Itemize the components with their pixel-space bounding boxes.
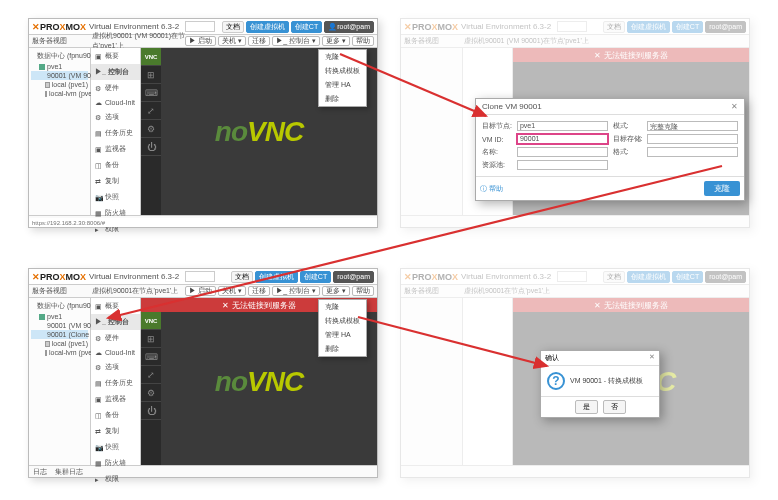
name-input[interactable] [517,147,608,157]
close-icon[interactable]: ✕ [222,301,229,310]
create-ct-button[interactable]: 创建CT [300,271,331,283]
shutdown-button[interactable]: 关机 ▾ [218,36,246,46]
view-tab[interactable]: 服务器视图 [32,286,92,296]
vnc-btn[interactable]: ⊞ [141,66,161,84]
vnc-btn[interactable]: ⏻ [141,402,161,420]
tree-storage[interactable]: local-lvm (pve1) [31,348,88,357]
vnc-btn[interactable]: ⤢ [141,366,161,384]
resource-tree[interactable]: 数据中心 (fpnu90) pve1 90001 (VM 90001) 9000… [29,298,91,465]
more-button[interactable]: 更多 ▾ [322,286,350,296]
view-tab[interactable]: 服务器视图 [32,36,92,46]
no-button[interactable]: 否 [603,400,626,414]
dd-template[interactable]: 转换成模板 [319,314,366,328]
dd-delete[interactable]: 删除 [319,92,366,106]
search-input[interactable] [185,21,215,32]
more-button[interactable]: 更多 ▾ [322,36,350,46]
dd-ha[interactable]: 管理 HA [319,328,366,342]
storage-select[interactable] [647,134,738,144]
menu-hardware[interactable]: ⚙硬件 [91,330,140,346]
vm-side-menu[interactable]: ▣概要 ▶_ 控制台 ⚙硬件 ☁Cloud-Init ⚙选项 ▤任务历史 ▣监视… [91,48,141,215]
vm-side-menu[interactable]: ▣概要 ▶_ 控制台 ⚙硬件 ☁Cloud-Init ⚙选项 ▤任务历史 ▣监视… [91,298,141,465]
dd-clone[interactable]: 克隆 [319,300,366,314]
tree-root[interactable]: 数据中心 (fpnu90) [31,50,88,62]
tree-node[interactable]: pve1 [31,62,88,71]
help-button[interactable]: 帮助 [352,286,374,296]
yes-button[interactable]: 是 [575,400,598,414]
menu-snapshot[interactable]: 📷快照 [91,439,140,455]
close-icon[interactable]: ✕ [649,353,655,363]
clone-button[interactable]: 克隆 [704,181,740,196]
console-button[interactable]: ▶_ 控制台 ▾ [272,286,320,296]
menu-tasks[interactable]: ▤任务历史 [91,375,140,391]
vnc-btn[interactable]: ⚙ [141,120,161,138]
migrate-button[interactable]: 迁移 [248,286,270,296]
menu-replicate[interactable]: ⇄复制 [91,173,140,189]
menu-console[interactable]: ▶_ 控制台 [91,314,140,330]
help-button[interactable]: 帮助 [352,36,374,46]
menu-tasks[interactable]: ▤任务历史 [91,125,140,141]
tree-root[interactable]: 数据中心 (fpnu90) [31,300,88,312]
confirm-title: 确认 [545,353,559,363]
close-icon[interactable]: ✕ [731,102,738,111]
task-icon: ▤ [95,130,102,137]
menu-backup[interactable]: ◫备份 [91,407,140,423]
vnc-btn[interactable]: ⤢ [141,102,161,120]
menu-cloudinit[interactable]: ☁Cloud-Init [91,346,140,359]
search-input[interactable] [185,271,215,282]
menu-monitor[interactable]: ▣监视器 [91,391,140,407]
menu-replicate[interactable]: ⇄复制 [91,423,140,439]
pool-select[interactable] [517,160,608,170]
create-vm-button[interactable]: 创建虚拟机 [255,271,298,283]
menu-perm[interactable]: ▸权限 [91,471,140,487]
vnc-badge: VNC [141,312,161,330]
cluster-log-tab[interactable]: 集群日志 [55,467,83,477]
tree-node[interactable]: pve1 [31,312,88,321]
console-button[interactable]: ▶_ 控制台 ▾ [272,36,320,46]
create-ct-button[interactable]: 创建CT [291,21,322,33]
menu-cloudinit[interactable]: ☁Cloud-Init [91,96,140,109]
menu-console[interactable]: ▶_ 控制台 [91,64,140,80]
vmid-input[interactable]: 90001 [517,134,608,144]
vnc-btn[interactable]: ⊞ [141,330,161,348]
monitor-icon: ▣ [95,146,102,153]
tree-vm-selected[interactable]: 90001 (VM 90001) [31,71,88,80]
lbl-pool: 资源池: [482,160,512,170]
node-select[interactable]: pve1 [517,121,608,131]
dd-ha[interactable]: 管理 HA [319,78,366,92]
start-button[interactable]: ▶ 启动 [185,36,216,46]
menu-snapshot[interactable]: 📷快照 [91,189,140,205]
tree-vm-clone-selected[interactable]: 90001 (Clone VM VM-900...) [31,330,88,339]
start-button[interactable]: ▶ 启动 [185,286,216,296]
dd-clone[interactable]: 克隆 [319,50,366,64]
tree-storage[interactable]: local (pve1) [31,339,88,348]
vnc-btn[interactable]: ⌨ [141,84,161,102]
log-tab[interactable]: 日志 [33,467,47,477]
menu-options[interactable]: ⚙选项 [91,109,140,125]
resource-tree[interactable]: 数据中心 (fpnu90) pve1 90001 (VM 90001) loca… [29,48,91,215]
tree-vm[interactable]: 90001 (VM 90001) [31,321,88,330]
docs-button[interactable]: 文档 [222,21,244,33]
menu-summary[interactable]: ▣概要 [91,298,140,314]
vnc-btn[interactable]: ⚙ [141,384,161,402]
menu-backup[interactable]: ◫备份 [91,157,140,173]
vnc-btn[interactable]: ⌨ [141,348,161,366]
user-menu[interactable]: 👤root@pam [324,21,374,33]
menu-hardware[interactable]: ⚙硬件 [91,80,140,96]
menu-summary[interactable]: ▣概要 [91,48,140,64]
fmt-select[interactable] [647,147,738,157]
tree-storage[interactable]: local (pve1) [31,80,88,89]
docs-button[interactable]: 文档 [231,271,253,283]
menu-monitor[interactable]: ▣监视器 [91,141,140,157]
help-link[interactable]: ⓘ 帮助 [480,184,503,194]
migrate-button[interactable]: 迁移 [248,36,270,46]
vnc-btn[interactable]: ⏻ [141,138,161,156]
menu-options[interactable]: ⚙选项 [91,359,140,375]
mode-select[interactable]: 完整克隆 [647,121,738,131]
tree-storage[interactable]: local-lvm (pve1) [31,89,88,98]
dd-template[interactable]: 转换成模板 [319,64,366,78]
user-menu[interactable]: root@pam [333,271,374,283]
shutdown-button[interactable]: 关机 ▾ [218,286,246,296]
create-vm-button[interactable]: 创建虚拟机 [246,21,289,33]
menu-firewall[interactable]: ▦防火墙 [91,455,140,471]
dd-delete[interactable]: 删除 [319,342,366,356]
